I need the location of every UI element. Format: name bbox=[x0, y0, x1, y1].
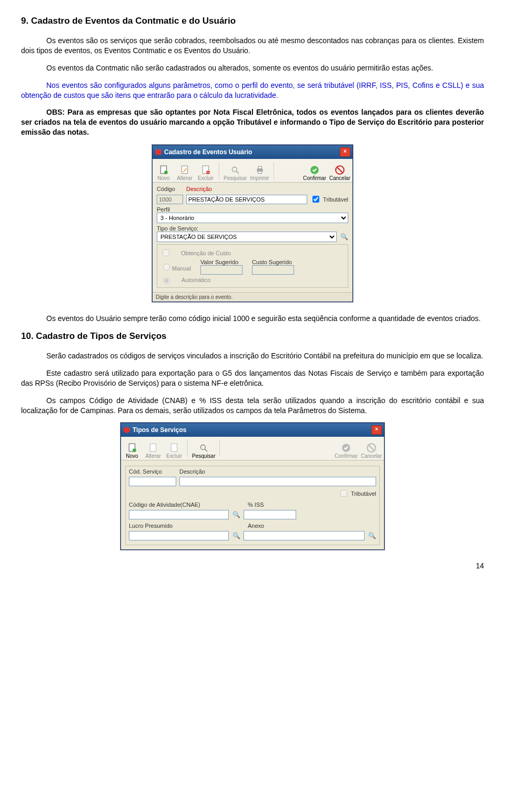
obtencao-custo-panel: Obtenção de Custo Manual Valor Sugerido … bbox=[157, 244, 348, 288]
label-custo-sugerido: Custo Sugerido bbox=[252, 259, 294, 265]
status-bar: Digite a descrição para o evento. bbox=[153, 292, 352, 302]
dialog-title: Cadastro de Eventos Usuário bbox=[164, 148, 340, 156]
search-icon[interactable]: 🔍 bbox=[232, 532, 240, 540]
search-icon[interactable]: 🔍 bbox=[232, 510, 240, 519]
svg-rect-13 bbox=[150, 444, 156, 452]
tool-label: Excluir bbox=[198, 175, 214, 181]
delete-icon bbox=[201, 165, 210, 175]
label-cod-servico: Cód. Serviço bbox=[129, 468, 176, 475]
delete-icon bbox=[169, 443, 179, 453]
titlebar[interactable]: Tipos de Serviços × bbox=[121, 423, 384, 437]
close-icon[interactable]: × bbox=[371, 425, 382, 435]
toolbar: Novo Alterar Excluir Pesquisar Imprimir … bbox=[153, 159, 352, 183]
cancel-icon bbox=[335, 165, 345, 175]
cod-servico-field[interactable] bbox=[129, 477, 176, 486]
manual-radio: Manual bbox=[160, 262, 191, 272]
tool-label: Novo bbox=[126, 453, 138, 459]
pesquisar-button[interactable]: Pesquisar bbox=[224, 165, 247, 181]
section-10-title: 10. Cadastro de Tipos de Serviços bbox=[21, 331, 484, 342]
paragraph: Serão cadastrados os códigos de serviços… bbox=[21, 351, 484, 361]
checkbox-icon[interactable] bbox=[312, 196, 319, 203]
tool-label: Novo bbox=[157, 175, 169, 181]
confirm-icon bbox=[310, 165, 319, 175]
checkbox-icon bbox=[340, 490, 347, 497]
valor-sugerido-field bbox=[200, 265, 243, 275]
tool-label: Imprimir bbox=[250, 175, 269, 181]
imprimir-button[interactable]: Imprimir bbox=[250, 165, 269, 181]
lucro-presumido-field[interactable] bbox=[129, 531, 229, 540]
alterar-button[interactable]: Alterar bbox=[144, 443, 162, 459]
tipo-servico-select[interactable]: PRESTAÇÃO DE SERVIÇOS bbox=[157, 232, 337, 242]
app-icon bbox=[123, 426, 130, 434]
confirmar-button[interactable]: Confirmar bbox=[303, 165, 326, 181]
close-icon[interactable]: × bbox=[340, 147, 350, 157]
radio-icon bbox=[163, 277, 170, 284]
dialog-title: Tipos de Serviços bbox=[133, 426, 371, 434]
novo-button[interactable]: Novo bbox=[155, 165, 173, 181]
iss-field[interactable] bbox=[244, 510, 296, 519]
custo-sugerido-field bbox=[252, 265, 294, 275]
search-icon bbox=[230, 165, 240, 175]
svg-point-1 bbox=[164, 171, 168, 174]
tool-label: Alterar bbox=[177, 175, 192, 181]
print-icon bbox=[255, 165, 265, 175]
paragraph: Os campos Código de Atividade (CNAB) e %… bbox=[21, 396, 484, 416]
edit-icon bbox=[180, 165, 189, 175]
search-icon[interactable]: 🔍 bbox=[340, 233, 348, 241]
svg-point-5 bbox=[233, 167, 237, 172]
checkbox-icon bbox=[163, 249, 169, 256]
paragraph: Os eventos do Usuário sempre terão como … bbox=[21, 314, 484, 324]
label-tributavel: Tributável bbox=[351, 490, 376, 497]
radio-icon bbox=[163, 264, 170, 270]
excluir-button[interactable]: Excluir bbox=[197, 165, 215, 181]
tool-label: Pesquisar bbox=[224, 175, 247, 181]
paragraph: Os eventos da Contmatic não serão cadast… bbox=[21, 63, 484, 73]
label-anexo: Anexo bbox=[248, 523, 376, 529]
confirm-icon bbox=[341, 443, 351, 453]
descricao-field[interactable] bbox=[179, 477, 376, 486]
label-iss: % ISS bbox=[248, 502, 300, 508]
svg-rect-7 bbox=[258, 166, 261, 169]
paragraph: Este cadastro será utilizado para export… bbox=[21, 368, 484, 388]
svg-point-12 bbox=[133, 449, 136, 453]
tool-label: Excluir bbox=[166, 453, 182, 459]
perfil-select[interactable]: 3 - Honorário bbox=[157, 213, 348, 223]
label-lucro-presumido: Lucro Presumido bbox=[129, 523, 245, 529]
titlebar[interactable]: Cadastro de Eventos Usuário × bbox=[153, 145, 352, 159]
section-9-title: 9. Cadastro de Eventos da Contmatic e do… bbox=[21, 16, 484, 26]
toolbar: Novo Alterar Excluir Pesquisar Confirmar… bbox=[121, 437, 384, 460]
cod-atividade-field[interactable] bbox=[129, 510, 229, 519]
toolbar-separator bbox=[274, 162, 274, 179]
svg-rect-8 bbox=[258, 171, 261, 174]
form-panel: Cód. Serviço Descrição Tributável Código… bbox=[125, 466, 380, 545]
label-tributavel: Tributável bbox=[323, 196, 348, 203]
search-icon bbox=[199, 443, 208, 453]
cancelar-button[interactable]: Cancelar bbox=[329, 165, 350, 181]
anexo-field[interactable] bbox=[244, 531, 365, 540]
new-file-icon bbox=[127, 443, 137, 453]
tool-label: Cancelar bbox=[361, 453, 382, 459]
page-number: 14 bbox=[21, 562, 484, 570]
cancelar-button[interactable]: Cancelar bbox=[361, 443, 382, 459]
tool-label: Pesquisar bbox=[192, 453, 215, 459]
label-valor-sugerido: Valor Sugerido bbox=[200, 259, 243, 265]
pesquisar-button[interactable]: Pesquisar bbox=[192, 443, 215, 459]
descricao-field[interactable] bbox=[186, 195, 307, 204]
svg-point-15 bbox=[201, 445, 206, 450]
alterar-button[interactable]: Alterar bbox=[176, 165, 194, 181]
tool-label: Confirmar bbox=[335, 453, 358, 459]
confirmar-button[interactable]: Confirmar bbox=[335, 443, 358, 459]
tributavel-checkbox[interactable]: Tributável bbox=[310, 194, 348, 204]
new-file-icon bbox=[159, 165, 168, 175]
svg-rect-2 bbox=[181, 166, 187, 174]
excluir-button[interactable]: Excluir bbox=[165, 443, 183, 459]
novo-button[interactable]: Novo bbox=[123, 443, 141, 459]
label-descricao: Descrição bbox=[179, 468, 376, 475]
dialog-tipos-servicos: Tipos de Serviços × Novo Alterar Excluir… bbox=[120, 423, 385, 550]
codigo-field bbox=[157, 195, 183, 204]
paragraph-note: Nos eventos são configurados alguns parâ… bbox=[21, 81, 484, 101]
label-cod-atividade: Código de Atividade(CNAE) bbox=[129, 502, 245, 508]
label-obt-custo: Obtenção de Custo bbox=[181, 250, 231, 256]
toolbar-separator bbox=[187, 440, 188, 457]
search-icon[interactable]: 🔍 bbox=[368, 532, 376, 540]
